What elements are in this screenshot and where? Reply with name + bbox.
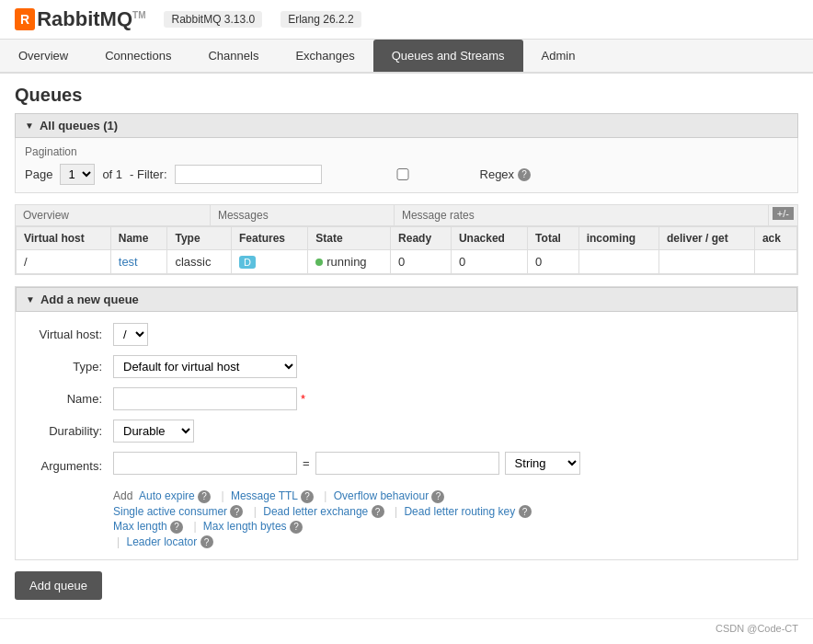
overview-group-label: Overview [16, 205, 210, 225]
dead-letter-exchange-link[interactable]: Dead letter exchange [263, 505, 368, 518]
nav-admin[interactable]: Admin [523, 40, 594, 72]
add-queue-section: ▼ Add a new queue Virtual host: / Type: … [15, 286, 798, 560]
virtual-host-row: Virtual host: / [30, 323, 783, 346]
cell-name: test [110, 250, 167, 274]
plus-minus-button[interactable]: +/- [773, 207, 794, 220]
footer: CSDN @Code-CT [0, 618, 813, 638]
add-queue-section-header[interactable]: ▼ Add a new queue [16, 287, 797, 312]
regex-text: Regex [480, 167, 515, 181]
regex-help-icon[interactable]: ? [518, 168, 531, 181]
add-queue-button[interactable]: Add queue [15, 571, 102, 600]
type-select[interactable]: Default for virtual host [113, 355, 297, 378]
message-ttl-link[interactable]: Message TTL [231, 489, 298, 502]
virtual-host-select[interactable]: / [113, 323, 148, 346]
dead-letter-routing-key-link[interactable]: Dead letter routing key [404, 505, 515, 518]
leader-locator-help[interactable]: ? [200, 535, 213, 548]
cell-deliver-get [659, 250, 755, 274]
auto-expire-link[interactable]: Auto expire [139, 489, 195, 502]
cell-virtual-host: / [17, 250, 111, 274]
nav-queues-streams[interactable]: Queues and Streams [373, 40, 523, 72]
col-deliver-get: deliver / get [659, 227, 755, 250]
arguments-row: Arguments: = String Number Boolean [30, 452, 783, 480]
logo-text: RabbitMQTM [37, 7, 145, 31]
cell-incoming [578, 250, 658, 274]
add-queue-arrow-icon: ▼ [26, 294, 35, 305]
dead-letter-routing-key-help[interactable]: ? [519, 505, 532, 518]
logo-icon: R [15, 8, 35, 30]
add-links: Add Auto expire ? | Message TTL ? | Over… [113, 489, 783, 503]
argument-key-input[interactable] [113, 452, 297, 475]
cell-unacked: 0 [451, 250, 527, 274]
max-length-bytes-link[interactable]: Max length bytes [203, 520, 287, 533]
col-type: Type [167, 227, 232, 250]
name-row: Name: * [30, 387, 783, 410]
arguments-inputs: = String Number Boolean [113, 452, 580, 475]
filter-label: - Filter: [130, 167, 166, 181]
status-running: running [315, 255, 383, 269]
queues-table: Virtual host Name Type Features State Re… [16, 226, 797, 274]
name-label: Name: [30, 392, 113, 406]
rates-group-label: Message rates [394, 205, 768, 225]
single-active-consumer-help[interactable]: ? [230, 505, 243, 518]
all-queues-section-header[interactable]: ▼ All queues (1) [15, 113, 798, 138]
max-length-bytes-help[interactable]: ? [290, 521, 303, 534]
col-features: Features [232, 227, 308, 250]
max-length-link[interactable]: Max length [113, 520, 167, 533]
leader-locator-link[interactable]: Leader locator [126, 535, 197, 548]
col-incoming: incoming [578, 227, 658, 250]
argument-value-input[interactable] [315, 452, 499, 475]
pagination-section: Pagination Page 1 of 1 - Filter: Regex ? [15, 138, 798, 193]
single-active-consumer-link[interactable]: Single active consumer [113, 505, 227, 518]
durability-row: Durability: Durable Transient [30, 420, 783, 443]
page-select[interactable]: 1 [60, 164, 95, 185]
queue-name-link[interactable]: test [119, 255, 138, 269]
arguments-label: Arguments: [30, 459, 113, 473]
table-group-headers: Overview Messages Message rates +/- [16, 205, 797, 226]
col-total: Total [528, 227, 579, 250]
main-nav: Overview Connections Channels Exchanges … [0, 40, 813, 74]
overflow-link[interactable]: Overflow behaviour [334, 489, 429, 502]
page-label: Page [25, 167, 52, 181]
nav-exchanges[interactable]: Exchanges [277, 40, 372, 72]
name-input[interactable] [113, 387, 297, 410]
max-length-help[interactable]: ? [170, 521, 183, 534]
overflow-help[interactable]: ? [431, 490, 444, 503]
regex-checkbox[interactable] [329, 168, 476, 180]
filter-input[interactable] [175, 165, 322, 184]
argument-type-select[interactable]: String Number Boolean [505, 452, 580, 475]
table-row: / test classic D running 0 0 0 [17, 250, 797, 274]
content: Queues ▼ All queues (1) Pagination Page … [0, 74, 813, 618]
durability-select[interactable]: Durable Transient [113, 420, 194, 443]
plus-minus-group: +/- [768, 205, 797, 225]
add-links-2: Single active consumer ? | Dead letter e… [113, 505, 783, 519]
page-title: Queues [15, 85, 798, 106]
pagination-controls: Page 1 of 1 - Filter: Regex ? [25, 164, 788, 185]
cell-ready: 0 [391, 250, 452, 274]
status-text: running [326, 255, 366, 269]
type-label: Type: [30, 360, 113, 374]
cell-state: running [308, 250, 391, 274]
status-dot-icon [315, 259, 323, 266]
cell-type: classic [167, 250, 232, 274]
pagination-label: Pagination [25, 145, 788, 158]
feature-badge: D [239, 256, 256, 269]
messages-group-label: Messages [210, 205, 394, 225]
logo-tm: TM [132, 10, 145, 20]
col-ack: ack [754, 227, 796, 250]
equals-sign: = [303, 456, 310, 470]
nav-channels[interactable]: Channels [189, 40, 277, 72]
virtual-host-label: Virtual host: [30, 328, 113, 341]
auto-expire-help[interactable]: ? [198, 490, 211, 503]
cell-features: D [232, 250, 308, 274]
nav-overview[interactable]: Overview [0, 40, 86, 72]
col-unacked: Unacked [451, 227, 527, 250]
cell-ack [754, 250, 796, 274]
col-state: State [308, 227, 391, 250]
col-ready: Ready [391, 227, 452, 250]
nav-connections[interactable]: Connections [86, 40, 189, 72]
footer-text: CSDN @Code-CT [716, 623, 798, 634]
dead-letter-exchange-help[interactable]: ? [372, 505, 384, 518]
message-ttl-help[interactable]: ? [301, 490, 314, 503]
logo: R RabbitMQTM [15, 7, 145, 31]
erlang-version: Erlang 26.2.2 [281, 11, 361, 28]
